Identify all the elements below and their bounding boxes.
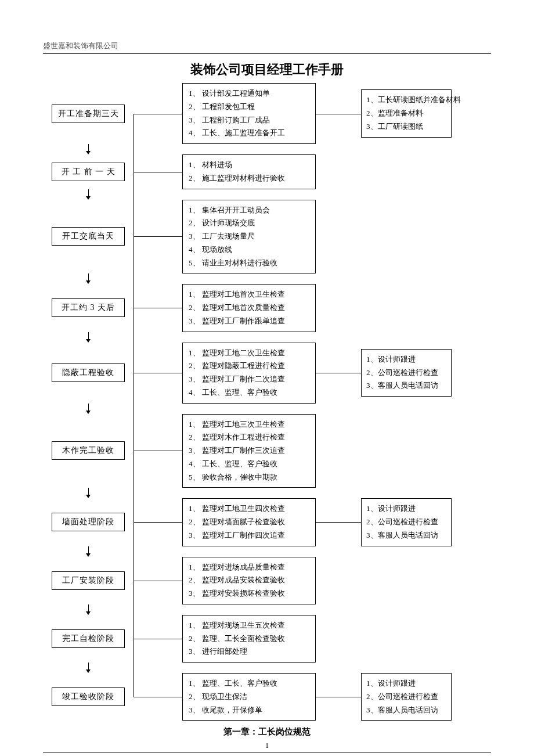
flow-row: 木作完工验收1、 监理对工地三次卫生检查2、 监理对木作工程进行检查3、 监理对… [43, 414, 491, 488]
side-note-box: 1、设计师跟进2、公司巡检进行检查3、客服人员电话回访 [361, 349, 452, 397]
side-note-item: 3、客服人员电话回访 [366, 529, 446, 542]
flow-row: 开工约 3 天后1、 监理对工地首次卫生检查2、 监理对工地首次质量检查3、 监… [43, 284, 491, 332]
connector-line [316, 414, 361, 488]
connector-line [316, 200, 361, 274]
flow-row: 隐蔽工程验收1、 监理对工地二次卫生检查2、 监理对隐蔽工程进行检查3、 监理对… [43, 343, 491, 404]
flow-row: 开工交底当天1、 集体召开开工动员会2、 设计师现场交底3、 工厂去现场量尺4、… [43, 200, 491, 274]
connector-line [316, 83, 361, 144]
flow-row: 开 工 前 一 天1、 材料进场2、 施工监理对材料进行验收 [43, 154, 491, 189]
side-note-item: 1、工长研读图纸并准备材料 [366, 93, 446, 107]
detail-item: 2、 工程部发包工程 [189, 100, 311, 114]
connector-line [316, 154, 361, 189]
detail-item: 2、 现场卫生保洁 [189, 690, 311, 704]
detail-item: 4、 工长、施工监理准备开工 [189, 127, 311, 140]
detail-box: 1、 监理对工地卫生四次检查2、 监理对墙面腻子检查验收3、 监理对工厂制作四次… [182, 498, 316, 546]
detail-item: 1、 设计部发工程通知单 [189, 87, 311, 100]
connector-line [134, 673, 182, 721]
side-note-item: 2、公司巡检进行检查 [366, 366, 446, 380]
arrow-down-icon [43, 144, 134, 154]
arrow-down-icon [43, 404, 134, 414]
page-number: 1 [43, 741, 491, 750]
side-note-box: 1、工长研读图纸并准备材料2、监理准备材料3、工厂研读图纸 [361, 89, 452, 137]
connector-line [134, 498, 182, 546]
connector-line [134, 284, 182, 332]
arrow-down-icon [43, 663, 134, 673]
connector-line [134, 414, 182, 488]
phase-box: 开工准备期三天 [52, 105, 125, 123]
chapter-heading: 第一章：工长岗位规范 [43, 726, 491, 737]
flow-arrow-row [43, 144, 491, 154]
flow-row: 开工准备期三天1、 设计部发工程通知单2、 工程部发包工程3、 工程部订购工厂成… [43, 83, 491, 144]
detail-item: 5、 请业主对材料进行验收 [189, 257, 311, 270]
side-note-item: 1、设计师跟进 [366, 677, 446, 690]
phase-box: 木作完工验收 [52, 441, 125, 460]
detail-box: 1、 集体召开开工动员会2、 设计师现场交底3、 工厂去现场量尺4、 现场放线5… [182, 200, 316, 274]
arrow-down-icon [43, 332, 134, 343]
flow-arrow-row [43, 273, 491, 284]
detail-item: 3、 监理对工厂制作四次追查 [189, 529, 311, 542]
detail-item: 1、 材料进场 [189, 159, 311, 172]
detail-item: 2、 监理对工地首次质量检查 [189, 301, 311, 315]
detail-item: 1、 集体召开开工动员会 [189, 204, 311, 217]
side-note-item: 2、公司巡检进行检查 [366, 690, 446, 704]
detail-item: 3、 监理对工厂制作二次追查 [189, 373, 311, 386]
detail-item: 3、 工厂去现场量尺 [189, 230, 311, 243]
side-note-box: 1、设计师跟进2、公司巡检进行检查3、客服人员电话回访 [361, 498, 452, 546]
detail-item: 1、 监理对现场卫生五次检查 [189, 619, 311, 632]
arrow-down-icon [43, 604, 134, 615]
detail-item: 3、 收尾款，开保修单 [189, 704, 311, 717]
detail-item: 1、 监理对工地首次卫生检查 [189, 288, 311, 301]
detail-item: 2、 监理对木作工程进行检查 [189, 431, 311, 444]
detail-box: 1、 监理对进场成品质量检查2、 监理对成品安装检查验收3、 监理对安装损坏检查… [182, 557, 316, 604]
phase-box: 墙面处理阶段 [52, 513, 125, 531]
detail-item: 1、 监理对进场成品质量检查 [189, 561, 311, 574]
flow-arrow-row [43, 189, 491, 200]
flow-row: 竣工验收阶段1、 监理、工长、客户验收2、 现场卫生保洁3、 收尾款，开保修单1… [43, 673, 491, 721]
connector-line [316, 615, 361, 663]
detail-box: 1、 监理对工地首次卫生检查2、 监理对工地首次质量检查3、 监理对工厂制作跟单… [182, 284, 316, 332]
flowchart: 开工准备期三天1、 设计部发工程通知单2、 工程部发包工程3、 工程部订购工厂成… [43, 83, 491, 721]
connector-line [316, 557, 361, 604]
detail-item: 5、 验收合格，催收中期款 [189, 471, 311, 484]
detail-box: 1、 监理、工长、客户验收2、 现场卫生保洁3、 收尾款，开保修单 [182, 673, 316, 721]
detail-box: 1、 监理对工地二次卫生检查2、 监理对隐蔽工程进行检查3、 监理对工厂制作二次… [182, 343, 316, 404]
phase-box: 工厂安装阶段 [52, 571, 125, 590]
detail-box: 1、 监理对现场卫生五次检查2、 监理、工长全面检查验收3、 进行细部处理 [182, 615, 316, 663]
connector-line [134, 83, 182, 144]
divider-bottom [43, 753, 491, 753]
detail-item: 4、 工长、监理、客户验收 [189, 386, 311, 399]
phase-box: 隐蔽工程验收 [52, 363, 125, 382]
detail-item: 2、 监理对墙面腻子检查验收 [189, 516, 311, 529]
arrow-down-icon [43, 546, 134, 557]
connector-line [316, 498, 361, 546]
connector-line [134, 154, 182, 189]
connector-line [134, 615, 182, 663]
phase-box: 竣工验收阶段 [52, 687, 125, 706]
connector-line [134, 200, 182, 274]
side-note-item: 3、工厂研读图纸 [366, 120, 446, 134]
flow-row: 工厂安装阶段1、 监理对进场成品质量检查2、 监理对成品安装检查验收3、 监理对… [43, 557, 491, 604]
phase-box: 完工自检阶段 [52, 629, 125, 648]
arrow-down-icon [43, 189, 134, 200]
detail-item: 4、 工长、监理、客户验收 [189, 458, 311, 471]
detail-item: 1、 监理对工地卫生四次检查 [189, 502, 311, 516]
side-note-item: 3、客服人员电话回访 [366, 704, 446, 717]
detail-item: 2、 监理对成品安装检查验收 [189, 574, 311, 587]
divider-top [43, 53, 491, 54]
side-note-item: 2、监理准备材料 [366, 107, 446, 120]
flow-arrow-row [43, 546, 491, 557]
phase-box: 开 工 前 一 天 [52, 163, 125, 181]
company-name: 盛世嘉和装饰有限公司 [43, 41, 491, 51]
detail-item: 3、 工程部订购工厂成品 [189, 114, 311, 127]
detail-item: 3、 监理对工厂制作三次追查 [189, 444, 311, 458]
detail-item: 1、 监理对工地二次卫生检查 [189, 347, 311, 360]
connector-line [316, 343, 361, 404]
side-note-box: 1、设计师跟进2、公司巡检进行检查3、客服人员电话回访 [361, 673, 452, 721]
detail-box: 1、 材料进场2、 施工监理对材料进行验收 [182, 154, 316, 189]
flow-arrow-row [43, 488, 491, 498]
detail-item: 1、 监理对工地三次卫生检查 [189, 418, 311, 431]
detail-box: 1、 设计部发工程通知单2、 工程部发包工程3、 工程部订购工厂成品4、 工长、… [182, 83, 316, 144]
side-note-item: 2、公司巡检进行检查 [366, 516, 446, 529]
detail-item: 2、 设计师现场交底 [189, 217, 311, 230]
arrow-down-icon [43, 273, 134, 284]
